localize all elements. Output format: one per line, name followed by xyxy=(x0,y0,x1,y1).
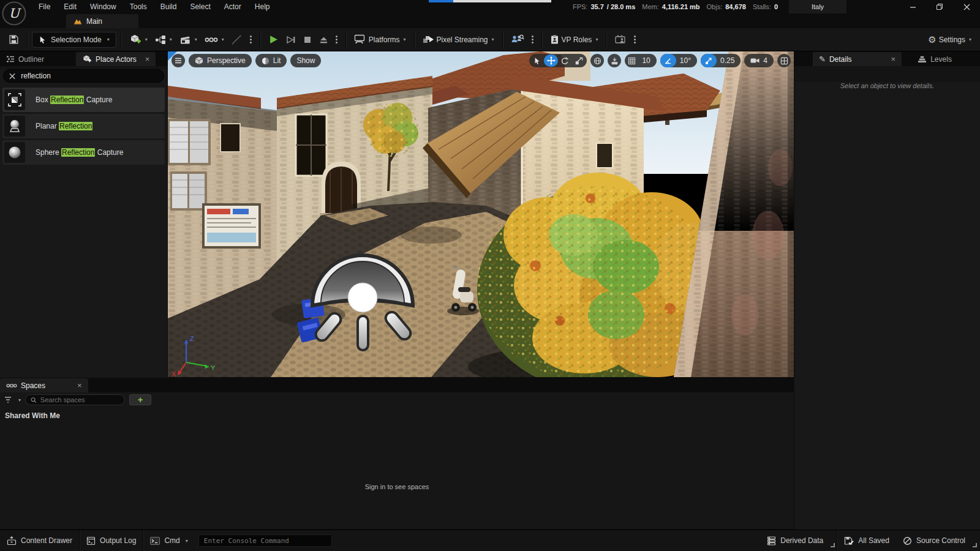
output-log-button[interactable]: Output Log xyxy=(80,530,143,551)
scale-tool-icon[interactable] xyxy=(572,54,586,67)
close-icon[interactable]: × xyxy=(145,54,150,64)
clear-search-icon[interactable] xyxy=(9,73,15,80)
list-item-sphere-reflection-capture[interactable]: Sphere Reflection Capture xyxy=(2,140,165,165)
tab-spaces[interactable]: Spaces × xyxy=(0,378,88,392)
menu-window[interactable]: Window xyxy=(83,0,123,13)
chevron-down-icon[interactable]: ▾ xyxy=(18,397,21,403)
ue-logo-icon[interactable]: U xyxy=(2,1,26,26)
platforms-dropdown[interactable]: Platforms ▾ xyxy=(350,32,410,48)
list-item-planar-reflection[interactable]: Planar Reflection xyxy=(2,114,165,138)
collaborators-button[interactable] xyxy=(507,32,528,48)
menu-tools[interactable]: Tools xyxy=(123,0,154,13)
toolbar-separator xyxy=(260,32,260,48)
platforms-label: Platforms xyxy=(369,36,400,44)
settings-label: Settings xyxy=(939,36,965,44)
chevron-down-icon: ▾ xyxy=(107,37,110,42)
source-control-button[interactable]: Source Control xyxy=(896,530,972,551)
sequencer-button[interactable]: ▾ xyxy=(201,32,228,48)
quad-view-icon[interactable] xyxy=(777,54,791,67)
spaces-panel-tabs: Spaces × xyxy=(0,378,794,392)
spaces-search[interactable] xyxy=(25,394,125,405)
landscape-button[interactable] xyxy=(228,32,246,48)
blueprints-button[interactable]: ▾ xyxy=(151,32,176,48)
collaborators-menu-icon[interactable] xyxy=(528,36,537,43)
derived-data-button[interactable]: Derived Data xyxy=(760,530,830,551)
vp-roles-dropdown[interactable]: VP Roles ▾ xyxy=(546,32,602,48)
derived-data-label: Derived Data xyxy=(780,536,823,545)
menu-help[interactable]: Help xyxy=(248,0,277,13)
place-actors-panel: Outliner Place Actors × xyxy=(0,51,167,377)
eject-button[interactable] xyxy=(315,32,332,48)
viewport-scene: Z Y X xyxy=(168,51,794,377)
pixel-streaming-dropdown[interactable]: Pixel Streaming ▾ xyxy=(419,32,498,48)
minimize-icon[interactable] xyxy=(899,0,926,13)
project-name-button[interactable]: Italy xyxy=(789,0,846,13)
save-button[interactable] xyxy=(5,32,23,48)
rotate-tool-icon[interactable] xyxy=(558,54,572,67)
surface-snap-icon[interactable] xyxy=(608,54,621,67)
toolbar-overflow-menu-icon[interactable] xyxy=(246,36,255,43)
lit-dropdown[interactable]: Lit xyxy=(255,54,287,67)
title-bar: U File Edit Window Tools Build Select Ac… xyxy=(0,0,980,13)
menu-build[interactable]: Build xyxy=(154,0,184,13)
derived-data-icon xyxy=(767,536,776,545)
menu-bar: File Edit Window Tools Build Select Acto… xyxy=(32,0,276,13)
resize-grip[interactable] xyxy=(973,543,977,547)
close-icon[interactable]: × xyxy=(77,381,82,390)
loading-progress-bar xyxy=(429,0,551,2)
toolbar-separator xyxy=(27,32,28,48)
select-tool-icon[interactable] xyxy=(530,54,544,67)
close-icon[interactable]: × xyxy=(891,54,896,64)
scale-snap-icon xyxy=(701,54,717,67)
play-options-menu-icon[interactable] xyxy=(332,36,341,43)
world-space-icon[interactable] xyxy=(590,54,604,67)
toolbar-separator xyxy=(502,32,503,48)
shared-with-me-section: Shared With Me xyxy=(5,411,789,420)
all-saved-button[interactable]: All Saved xyxy=(837,530,896,551)
remote-session-button[interactable] xyxy=(611,32,630,48)
filter-icon[interactable] xyxy=(4,396,13,403)
move-tool-icon[interactable] xyxy=(544,54,558,67)
menu-actor[interactable]: Actor xyxy=(217,0,248,13)
viewport-options-button[interactable] xyxy=(172,54,185,67)
settings-dropdown[interactable]: ⚙ Settings ▾ xyxy=(924,32,975,48)
resize-grip[interactable] xyxy=(831,543,835,547)
camera-speed-control[interactable]: 4 xyxy=(744,54,774,67)
console-command-input[interactable] xyxy=(204,537,326,545)
cinematics-button[interactable]: ▾ xyxy=(176,32,201,48)
tab-main-level[interactable]: Main xyxy=(66,14,138,28)
search-input[interactable] xyxy=(21,72,158,80)
menu-edit[interactable]: Edit xyxy=(57,0,83,13)
remote-session-menu-icon[interactable] xyxy=(630,36,639,43)
console-command-field[interactable] xyxy=(198,534,332,547)
close-window-icon[interactable] xyxy=(953,0,980,13)
list-item-box-reflection-capture[interactable]: Box Reflection Capture xyxy=(2,88,165,112)
reflection-capture-gizmo[interactable] xyxy=(312,255,413,350)
show-dropdown[interactable]: Show xyxy=(290,54,321,67)
play-button[interactable] xyxy=(265,32,282,48)
tab-levels[interactable]: Levels xyxy=(911,52,958,66)
menu-select[interactable]: Select xyxy=(183,0,217,13)
frame-skip-button[interactable] xyxy=(282,32,300,48)
menu-file[interactable]: File xyxy=(32,0,57,13)
cmd-dropdown[interactable]: Cmd ▾ xyxy=(143,530,194,551)
spaces-search-input[interactable] xyxy=(40,396,119,403)
add-space-button[interactable]: + xyxy=(129,394,151,405)
content-drawer-button[interactable]: Content Drawer xyxy=(0,530,79,551)
chevron-down-icon: ▾ xyxy=(492,37,494,42)
tab-details[interactable]: ✎ Details × xyxy=(813,52,902,66)
selection-mode-dropdown[interactable]: Selection Mode ▾ xyxy=(32,32,116,48)
grid-snap-control[interactable]: 10 xyxy=(625,54,656,67)
perspective-dropdown[interactable]: Perspective xyxy=(189,54,252,67)
restore-icon[interactable] xyxy=(926,0,953,13)
tab-place-actors[interactable]: Place Actors × xyxy=(76,52,156,66)
stop-button[interactable] xyxy=(300,32,315,48)
place-actors-search[interactable] xyxy=(3,69,164,83)
tab-outliner[interactable]: Outliner xyxy=(0,52,50,66)
rotation-snap-control[interactable]: 10° xyxy=(660,54,697,67)
performance-stats: FPS:35.7 / 28.0 ms Mem:4,116.21 mb Objs:… xyxy=(573,0,778,13)
level-viewport[interactable]: Z Y X Perspective Lit Show xyxy=(168,51,794,377)
add-actor-button[interactable]: ▾ xyxy=(126,32,151,48)
scale-snap-control[interactable]: 0.25 xyxy=(701,54,741,67)
svg-text:X: X xyxy=(172,370,176,377)
